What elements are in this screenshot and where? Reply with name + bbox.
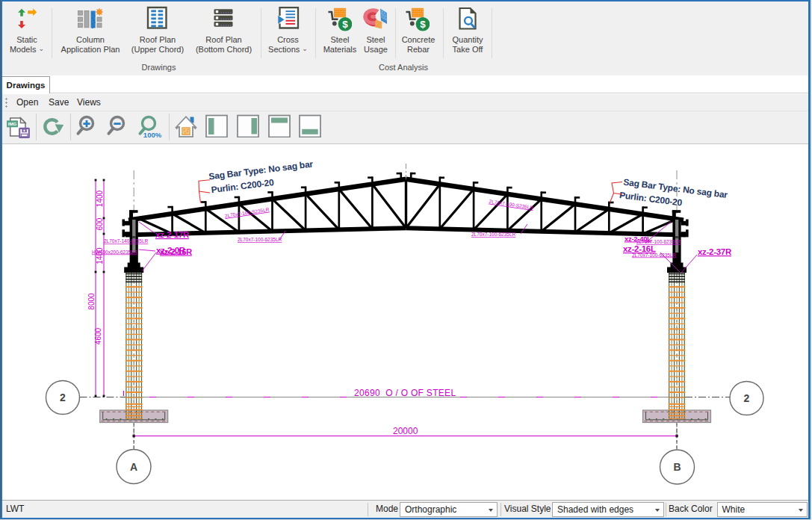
svg-text:2L70x7-100-S235LR: 2L70x7-100-S235LR bbox=[224, 207, 270, 219]
svg-text:8000: 8000 bbox=[87, 293, 96, 310]
svg-text:2: 2 bbox=[744, 392, 750, 404]
svg-text:xz-2-17R: xz-2-17R bbox=[155, 230, 190, 239]
svg-text:20690 O / O OF STEEL: 20690 O / O OF STEEL bbox=[354, 388, 456, 398]
svg-text:IMG: IMG bbox=[8, 121, 17, 126]
svg-text:2L70x7-140-6235LR: 2L70x7-140-6235LR bbox=[104, 238, 149, 244]
svg-text:$: $ bbox=[342, 19, 348, 30]
svg-text:$: $ bbox=[420, 19, 426, 30]
svg-text:20000: 20000 bbox=[393, 426, 418, 436]
svg-text:100%: 100% bbox=[143, 131, 162, 139]
svg-text:2L70x7-100-6235LR: 2L70x7-100-6235LR bbox=[636, 239, 681, 244]
svg-text:xz-2-16R: xz-2-16R bbox=[160, 247, 192, 256]
svg-text:4600: 4600 bbox=[94, 327, 102, 344]
svg-text:xz-2-37R: xz-2-37R bbox=[698, 247, 732, 256]
svg-text:2: 2 bbox=[60, 391, 66, 403]
svg-text:2L70x7-100-6235LR: 2L70x7-100-6235LR bbox=[632, 253, 677, 258]
svg-text:HW400x200-6235LR: HW400x200-6235LR bbox=[92, 250, 137, 255]
svg-text:1400: 1400 bbox=[96, 190, 104, 207]
svg-text:B: B bbox=[673, 461, 681, 473]
svg-text:A: A bbox=[130, 461, 137, 473]
svg-text:2L70x7-100-6235LR: 2L70x7-100-6235LR bbox=[238, 237, 282, 242]
svg-text:2L70x7-100-6235LR: 2L70x7-100-6235LR bbox=[471, 232, 516, 237]
svg-text:600: 600 bbox=[96, 217, 104, 230]
